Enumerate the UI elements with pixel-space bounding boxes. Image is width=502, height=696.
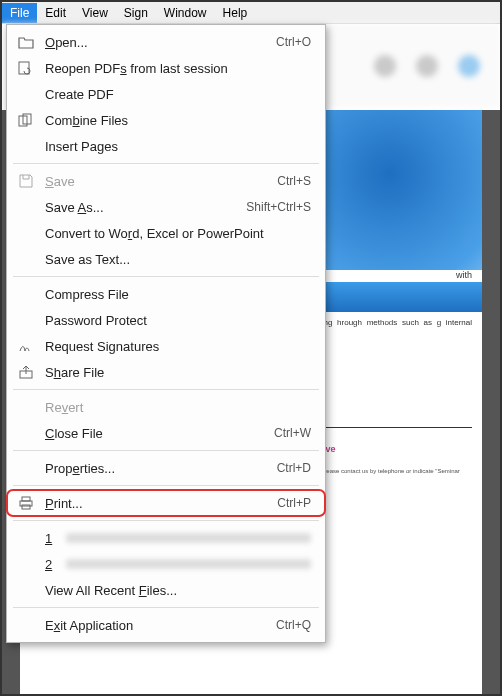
menu-props-shortcut: Ctrl+D (277, 461, 311, 475)
print-icon (17, 495, 35, 511)
menu-create-label: Create PDF (45, 87, 311, 102)
menu-save-as[interactable]: Save As... Shift+Ctrl+S (7, 194, 325, 220)
menu-recent-2[interactable]: 2 (7, 551, 325, 577)
menu-props-label: Properties... (45, 461, 267, 476)
menu-exit[interactable]: Exit Application Ctrl+Q (7, 612, 325, 638)
share-icon (17, 364, 35, 380)
menu-print-shortcut: Ctrl+P (277, 496, 311, 510)
menu-edit[interactable]: Edit (37, 3, 74, 23)
menu-view[interactable]: View (74, 3, 116, 23)
menu-exit-label: Exit Application (45, 618, 266, 633)
menu-insert-label: Insert Pages (45, 139, 311, 154)
folder-open-icon (17, 34, 35, 50)
save-icon (17, 173, 35, 189)
menu-compress[interactable]: Compress File (7, 281, 325, 307)
menu-reopen-label: Reopen PDFs from last session (45, 61, 311, 76)
menu-properties[interactable]: Properties... Ctrl+D (7, 455, 325, 481)
menu-savetext-label: Save as Text... (45, 252, 311, 267)
menu-help[interactable]: Help (215, 3, 256, 23)
reopen-icon (17, 60, 35, 76)
menu-create-pdf[interactable]: Create PDF (7, 81, 325, 107)
menu-close-shortcut: Ctrl+W (274, 426, 311, 440)
menu-open-label: Open... (45, 35, 266, 50)
menu-save-label: Save (45, 174, 267, 189)
menu-request-signatures[interactable]: Request Signatures (7, 333, 325, 359)
menu-saveas-shortcut: Shift+Ctrl+S (246, 200, 311, 214)
menu-viewall-label: View All Recent Files... (45, 583, 311, 598)
menu-open-shortcut: Ctrl+O (276, 35, 311, 49)
menu-print[interactable]: Print... Ctrl+P (7, 490, 325, 516)
menu-recent-1[interactable]: 1 (7, 525, 325, 551)
menu-reopen[interactable]: Reopen PDFs from last session (7, 55, 325, 81)
signature-icon (17, 338, 35, 354)
menu-save-text[interactable]: Save as Text... (7, 246, 325, 272)
menu-close-label: Close File (45, 426, 264, 441)
menu-window[interactable]: Window (156, 3, 215, 23)
menu-print-label: Print... (45, 496, 267, 511)
menu-save-shortcut: Ctrl+S (277, 174, 311, 188)
svg-rect-4 (22, 497, 30, 501)
menu-sign[interactable]: Sign (116, 3, 156, 23)
menu-combine[interactable]: Combine Files (7, 107, 325, 133)
menu-close-file[interactable]: Close File Ctrl+W (7, 420, 325, 446)
combine-icon (17, 112, 35, 128)
menu-open[interactable]: Open... Ctrl+O (7, 29, 325, 55)
menu-save: Save Ctrl+S (7, 168, 325, 194)
menu-convert-label: Convert to Word, Excel or PowerPoint (45, 226, 311, 241)
menu-revert: Revert (7, 394, 325, 420)
menu-combine-label: Combine Files (45, 113, 311, 128)
menu-exit-shortcut: Ctrl+Q (276, 618, 311, 632)
menu-protect-label: Password Protect (45, 313, 311, 328)
menu-share-file[interactable]: Share File (7, 359, 325, 385)
file-menu-dropdown: Open... Ctrl+O Reopen PDFs from last ses… (6, 24, 326, 643)
menubar: File Edit View Sign Window Help (2, 2, 500, 24)
recent-file-1-blur (66, 533, 311, 543)
menu-password-protect[interactable]: Password Protect (7, 307, 325, 333)
menu-revert-label: Revert (45, 400, 311, 415)
menu-share-label: Share File (45, 365, 311, 380)
menu-file[interactable]: File (2, 3, 37, 23)
recent-file-2-blur (66, 559, 311, 569)
menu-convert[interactable]: Convert to Word, Excel or PowerPoint (7, 220, 325, 246)
menu-saveas-label: Save As... (45, 200, 236, 215)
menu-compress-label: Compress File (45, 287, 311, 302)
menu-reqsig-label: Request Signatures (45, 339, 311, 354)
menu-insert-pages[interactable]: Insert Pages (7, 133, 325, 159)
menu-view-all-recent[interactable]: View All Recent Files... (7, 577, 325, 603)
